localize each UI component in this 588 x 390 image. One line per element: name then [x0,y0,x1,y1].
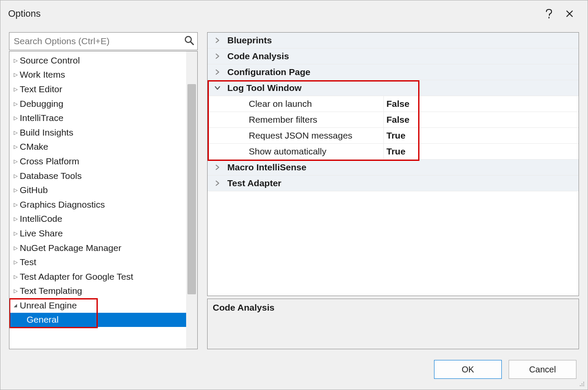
tree-item[interactable]: ▷Work Items [9,68,197,82]
dialog-title: Options [8,8,41,19]
property-row[interactable]: Show automaticallyTrue [208,144,579,160]
caret-right-icon: ▷ [12,202,19,208]
close-icon [566,10,573,18]
help-button[interactable] [539,5,559,22]
property-category[interactable]: Blueprints [208,33,579,48]
search-box[interactable] [9,32,198,50]
dialog-footer: OK Cancel [0,349,588,390]
tree-item[interactable]: ▷Source Control [9,53,197,68]
property-row[interactable]: Clear on launchFalse [208,96,579,112]
property-category[interactable]: Code Analysis [208,48,579,64]
options-dialog: Options ▷Source Control▷Work Items▷Text … [0,0,588,390]
chevron-right-icon [208,37,227,44]
tree-item-label: GitHub [20,185,48,195]
caret-right-icon: ▷ [12,158,19,164]
search-input[interactable] [14,36,184,46]
caret-right-icon: ▷ [12,187,19,193]
caret-down-icon: ◢ [12,303,19,308]
caret-right-icon: ▷ [12,230,19,236]
property-row[interactable]: Remember filtersFalse [208,112,579,128]
property-category-label: Test Adapter [227,178,579,188]
tree-item[interactable]: ▷Test [9,255,197,269]
caret-right-icon: ▷ [12,274,19,280]
svg-rect-3 [583,384,584,384]
tree-item[interactable]: ▷Text Templating [9,284,197,299]
tree-item-label: Work Items [20,70,65,80]
tree-item[interactable]: ▷Text Editor [9,82,197,97]
property-value[interactable]: False [383,96,579,112]
tree-item[interactable]: ▷Cross Platform [9,154,197,169]
caret-right-icon: ▷ [12,115,19,121]
resize-grip[interactable] [579,381,586,388]
tree-item[interactable]: ▷IntelliTrace [9,111,197,125]
property-description: Code Analysis [207,299,579,349]
tree-item-label: Text Templating [20,286,82,296]
tree-item[interactable]: General [9,313,197,327]
property-category-label: Log Tool Window [227,83,579,93]
ok-label: OK [462,365,474,375]
options-tree: ▷Source Control▷Work Items▷Text Editor▷D… [9,51,198,349]
tree-item[interactable]: ▷CMake [9,140,197,154]
svg-rect-1 [583,382,584,383]
property-category[interactable]: Log Tool Window [208,80,579,96]
caret-right-icon: ▷ [12,259,19,265]
cancel-button[interactable]: Cancel [509,360,576,379]
tree-scroll-thumb[interactable] [187,84,196,294]
tree-item[interactable]: ◢Unreal Engine [9,298,197,313]
svg-rect-2 [582,384,582,384]
property-category[interactable]: Test Adapter [208,175,579,191]
chevron-right-icon [208,53,227,60]
tree-item[interactable]: ▷Debugging [9,97,197,111]
caret-right-icon: ▷ [12,144,19,150]
tree-item[interactable]: ▷Database Tools [9,169,197,183]
tree-item-label: Debugging [20,99,63,109]
tree-item[interactable]: ▷GitHub [9,183,197,197]
cancel-label: Cancel [529,365,556,375]
property-label: Show automatically [227,146,383,157]
property-category[interactable]: Configuration Page [208,64,579,80]
tree-item[interactable]: ▷Test Adapter for Google Test [9,269,197,284]
description-title: Code Analysis [213,302,274,312]
help-icon [546,9,552,18]
tree-item-label: Graphics Diagnostics [20,200,105,210]
tree-item-label: Database Tools [20,171,81,181]
tree-item-label: Build Insights [20,127,73,138]
tree-item-label: Cross Platform [20,156,79,166]
tree-item-label: Test [20,257,36,267]
caret-right-icon: ▷ [12,72,19,78]
tree-scrollbar[interactable] [186,51,197,349]
content-area: ▷Source Control▷Work Items▷Text Editor▷D… [0,27,588,349]
property-label: Clear on launch [227,99,383,109]
caret-right-icon: ▷ [12,57,19,63]
tree-item[interactable]: ▷Graphics Diagnostics [9,197,197,212]
property-category-label: Code Analysis [227,51,579,61]
tree-item-label: Unreal Engine [20,300,77,311]
tree-item[interactable]: ▷Build Insights [9,125,197,140]
svg-rect-5 [582,385,582,386]
tree-item-label: NuGet Package Manager [20,243,121,253]
tree-item-label: CMake [20,142,48,152]
ok-button[interactable]: OK [434,360,502,379]
property-category-label: Blueprints [227,35,579,45]
tree-item-label: Test Adapter for Google Test [20,272,133,282]
chevron-down-icon [208,85,227,91]
close-button[interactable] [559,5,580,22]
property-label: Request JSON messages [227,130,383,141]
caret-right-icon: ▷ [12,216,19,222]
tree-item[interactable]: ▷Live Share [9,226,197,241]
property-grid: BlueprintsCode AnalysisConfiguration Pag… [207,32,579,296]
tree-item[interactable]: ▷IntelliCode [9,212,197,227]
property-row[interactable]: Request JSON messagesTrue [208,128,579,144]
property-category[interactable]: Macro IntelliSense [208,160,579,175]
property-value[interactable]: True [383,144,579,159]
titlebar: Options [0,0,588,27]
property-value[interactable]: False [383,112,579,127]
property-value[interactable]: True [383,128,579,143]
tree-item[interactable]: ▷NuGet Package Manager [9,241,197,255]
caret-right-icon: ▷ [12,130,19,136]
caret-right-icon: ▷ [12,86,19,92]
caret-right-icon: ▷ [12,245,19,251]
caret-right-icon: ▷ [12,173,19,179]
tree-item-label: Source Control [20,55,80,66]
chevron-right-icon [208,69,227,76]
